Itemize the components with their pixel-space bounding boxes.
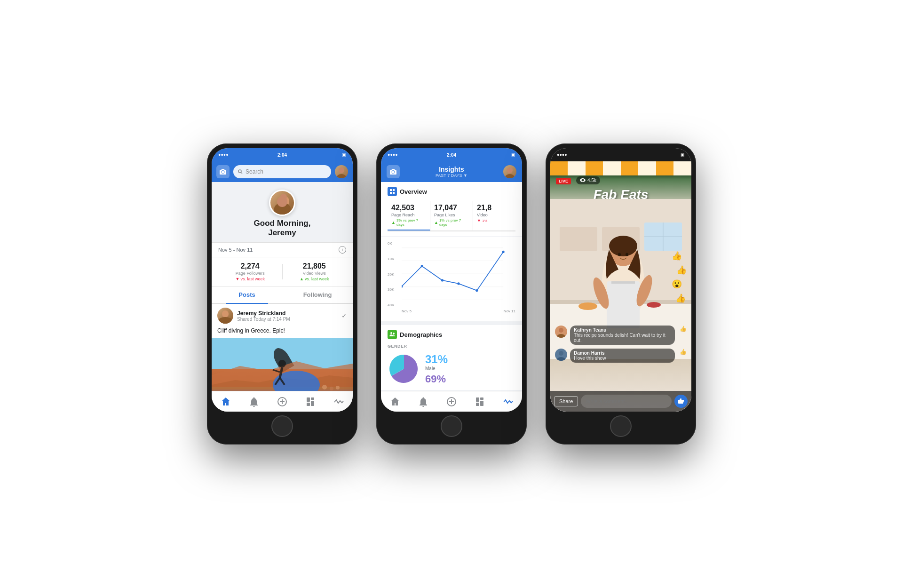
svg-rect-25 — [307, 403, 310, 406]
svg-point-75 — [557, 357, 565, 361]
like-icon-1[interactable]: 👍 — [680, 326, 687, 332]
battery-3: ▣ — [681, 152, 685, 157]
chevron-down-icon[interactable]: ✓ — [341, 312, 347, 319]
camera-icon-2[interactable] — [387, 165, 400, 178]
post-author-avatar[interactable] — [217, 308, 233, 324]
svg-point-7 — [222, 310, 229, 317]
post-meta: Jeremy Strickland Shared Today at 7:14 P… — [237, 310, 338, 322]
video-label: Video — [477, 213, 512, 217]
nav-add-icon-2[interactable] — [446, 396, 457, 407]
svg-point-70 — [618, 253, 621, 256]
videoviews-stat: 21,805 Video Views ▲vs. last week — [283, 262, 347, 281]
like-button[interactable] — [674, 395, 688, 408]
phone-live: ●●●● ▣ LIVE 4.5k Fab Eats — [546, 143, 696, 445]
video-change: ▼1% — [477, 218, 512, 223]
insights-subtitle[interactable]: PAST 7 DAYS ▼ — [400, 173, 503, 178]
tab-posts[interactable]: Posts — [212, 286, 282, 303]
nav-home-icon[interactable] — [220, 396, 231, 407]
reaction-wow: 😮 — [672, 279, 687, 289]
svg-point-4 — [278, 196, 289, 207]
reach-change: ▲3% vs prev 7 days — [391, 218, 426, 227]
tab-following[interactable]: Following — [282, 286, 353, 303]
bottom-nav — [212, 391, 353, 412]
svg-point-68 — [578, 302, 597, 310]
female-percent: 69% — [425, 373, 448, 385]
svg-rect-31 — [390, 192, 392, 194]
post-header: Jeremy Strickland Shared Today at 7:14 P… — [212, 304, 353, 327]
svg-point-73 — [557, 334, 565, 338]
nav-pages-icon[interactable] — [305, 396, 316, 407]
like-icon-2[interactable]: 👍 — [680, 349, 687, 355]
svg-point-42 — [475, 289, 478, 292]
nav-notifications-icon[interactable] — [248, 396, 260, 407]
info-icon[interactable]: i — [339, 246, 346, 254]
svg-point-74 — [559, 351, 563, 356]
y-label-20k: 20K — [388, 272, 402, 277]
metric-reach[interactable]: 42,503 Page Reach ▲3% vs prev 7 days — [388, 201, 430, 230]
nav-notifications-icon-2[interactable] — [418, 396, 429, 407]
user-avatar-header[interactable] — [335, 165, 348, 178]
post-text: Cliff diving in Greece. Epic! — [212, 327, 353, 338]
svg-rect-23 — [307, 397, 310, 402]
search-placeholder: Search — [246, 168, 263, 175]
profile-avatar[interactable] — [269, 190, 295, 216]
videoviews-change: ▲vs. last week — [283, 277, 347, 281]
gender-row: 31% Male 69% — [388, 352, 515, 385]
nav-pages-icon-2[interactable] — [474, 396, 485, 407]
svg-rect-30 — [393, 189, 395, 191]
y-label-10k: 10K — [388, 257, 402, 261]
gender-pie-chart — [388, 352, 420, 385]
comment-2: Damon Harris I love this show 👍 — [555, 349, 687, 363]
user-avatar-insights[interactable] — [503, 165, 516, 178]
date-range-text: Nov 5 - Nov 11 — [218, 247, 253, 253]
y-label-0k: 0K — [388, 241, 402, 246]
svg-point-69 — [647, 302, 661, 308]
svg-point-6 — [280, 194, 287, 200]
metric-video[interactable]: 21,8 Video ▼1% — [473, 201, 515, 230]
nav-activity-icon-2[interactable] — [502, 396, 514, 407]
svg-point-0 — [238, 170, 241, 173]
demographics-icon — [388, 330, 397, 339]
signal-dots-3: ●●●● — [557, 152, 567, 157]
status-bar-2: ●●●● 2:04 ▣ — [381, 148, 522, 161]
svg-point-71 — [626, 253, 628, 256]
svg-rect-56 — [560, 227, 597, 251]
comment-2-bubble: Damon Harris I love this show — [570, 349, 675, 363]
camera-icon[interactable] — [216, 165, 230, 178]
svg-rect-32 — [393, 192, 395, 194]
followers-label: Page Followers — [218, 271, 282, 276]
view-count: 4.5k — [587, 178, 596, 183]
comment-1-avatar — [555, 326, 567, 338]
comment-2-name: Damon Harris — [574, 350, 671, 356]
svg-point-8 — [220, 319, 231, 324]
comment-input[interactable] — [581, 395, 672, 408]
svg-rect-51 — [476, 403, 479, 406]
home-button-2[interactable] — [441, 415, 462, 437]
svg-point-19 — [336, 386, 340, 389]
svg-point-43 — [502, 251, 504, 253]
search-bar[interactable]: Search — [233, 165, 331, 178]
svg-point-45 — [393, 333, 395, 334]
nav-add-icon[interactable] — [277, 396, 288, 407]
time-display-2: 2:04 — [447, 152, 456, 158]
home-button[interactable] — [271, 415, 293, 437]
male-label: Male — [425, 366, 448, 371]
signal-dots-2: ●●●● — [388, 152, 398, 157]
metric-likes[interactable]: 17,047 Page Likes ▲1% vs prev 7 days — [430, 201, 473, 230]
svg-point-28 — [505, 174, 515, 178]
live-awning — [550, 161, 691, 175]
svg-rect-64 — [607, 281, 640, 328]
nav-activity-icon[interactable] — [333, 396, 344, 407]
post-card: Jeremy Strickland Shared Today at 7:14 P… — [212, 304, 353, 391]
live-views: 4.5k — [576, 176, 600, 184]
overview-icon — [388, 187, 397, 196]
share-button[interactable]: Share — [554, 396, 578, 406]
insights-title: Insights — [400, 166, 503, 173]
profile-section: Good Morning, Jeremy — [212, 182, 353, 242]
video-number: 21,8 — [477, 204, 512, 212]
home-button-3[interactable] — [610, 415, 632, 437]
svg-point-63 — [609, 236, 637, 256]
signal-dots: ●●●● — [218, 152, 229, 157]
svg-rect-24 — [311, 397, 314, 400]
nav-home-icon-2[interactable] — [389, 396, 401, 407]
